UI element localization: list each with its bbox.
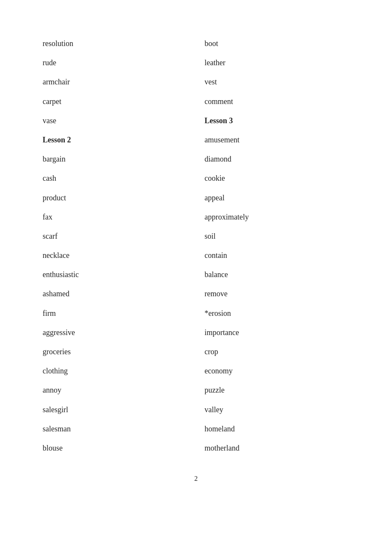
word-item: comment — [205, 92, 349, 111]
word-item: ashamed — [43, 284, 187, 304]
word-item: armchair — [43, 72, 187, 92]
word-item: firm — [43, 304, 187, 323]
word-item: clothing — [43, 361, 187, 381]
word-item: crop — [205, 342, 349, 361]
word-item: remove — [205, 284, 349, 304]
word-item: economy — [205, 361, 349, 381]
word-item: salesman — [43, 419, 187, 439]
word-item: groceries — [43, 342, 187, 361]
word-item: cash — [43, 169, 187, 188]
word-item: bargain — [43, 150, 187, 169]
word-item: aggressive — [43, 323, 187, 342]
page-number: 2 — [43, 475, 349, 483]
word-item: annoy — [43, 381, 187, 400]
word-item: vest — [205, 72, 349, 92]
word-item: appeal — [205, 188, 349, 208]
word-item: Lesson 3 — [205, 111, 349, 130]
word-item: puzzle — [205, 381, 349, 400]
page-container: resolutionbootrudeleatherarmchairvestcar… — [0, 0, 392, 517]
word-item: amusement — [205, 130, 349, 150]
word-item: rude — [43, 53, 187, 72]
word-item: enthusiastic — [43, 265, 187, 284]
word-item: importance — [205, 323, 349, 342]
word-item: vase — [43, 111, 187, 130]
word-item: approximately — [205, 208, 349, 227]
word-item: valley — [205, 400, 349, 419]
word-item: leather — [205, 53, 349, 72]
word-grid: resolutionbootrudeleatherarmchairvestcar… — [43, 34, 349, 458]
word-item: homeland — [205, 419, 349, 439]
word-item: motherland — [205, 439, 349, 458]
word-item: contain — [205, 246, 349, 265]
word-item: Lesson 2 — [43, 130, 187, 150]
word-item: product — [43, 188, 187, 208]
word-item: scarf — [43, 227, 187, 246]
word-item: diamond — [205, 150, 349, 169]
word-item: boot — [205, 34, 349, 53]
word-item: salesgirl — [43, 400, 187, 419]
word-item: *erosion — [205, 304, 349, 323]
word-item: cookie — [205, 169, 349, 188]
word-item: balance — [205, 265, 349, 284]
word-item: resolution — [43, 34, 187, 53]
word-item: blouse — [43, 439, 187, 458]
word-item: necklace — [43, 246, 187, 265]
word-item: carpet — [43, 92, 187, 111]
word-item: soil — [205, 227, 349, 246]
word-item: fax — [43, 208, 187, 227]
